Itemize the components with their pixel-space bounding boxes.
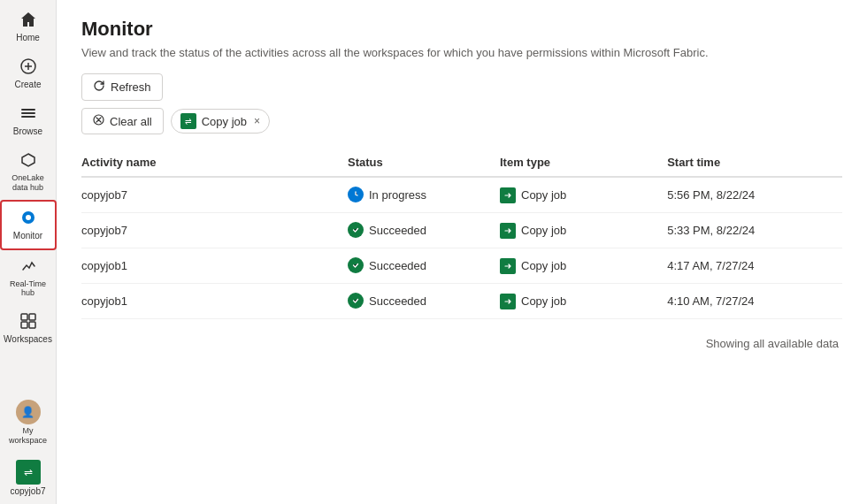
- realtime-icon: [19, 257, 37, 278]
- onelake-icon: [19, 151, 37, 172]
- status-succeeded-icon: [348, 257, 364, 273]
- copy-job-icon: [500, 187, 516, 203]
- item-type-cell: Copy job: [500, 187, 566, 203]
- monitor-icon: [19, 209, 37, 229]
- copy-job-icon: [500, 223, 516, 239]
- cell-status: Succeeded: [348, 213, 500, 248]
- filter-chip-label: Copy job: [202, 115, 247, 128]
- copyjob-small-icon: ⇌: [16, 460, 41, 485]
- cell-start-time: 5:56 PM, 8/22/24: [667, 177, 842, 213]
- item-type-text: Copy job: [521, 259, 566, 272]
- browse-icon: [19, 104, 37, 125]
- table-header-row: Activity name Status Item type Start tim…: [81, 149, 842, 177]
- refresh-label: Refresh: [111, 80, 151, 94]
- sidebar-item-realtime-label: Real-Time hub: [10, 279, 46, 299]
- sidebar-item-workspaces[interactable]: Workspaces: [0, 305, 57, 352]
- sidebar-item-monitor[interactable]: Monitor: [0, 200, 57, 250]
- table-container: Activity name Status Item type Start tim…: [81, 149, 842, 486]
- cell-start-time: 4:17 AM, 7/27/24: [667, 248, 842, 284]
- workspaces-icon: [19, 312, 37, 332]
- refresh-button[interactable]: Refresh: [81, 73, 163, 101]
- sidebar-item-browse[interactable]: Browse: [0, 97, 57, 144]
- cell-start-time: 4:10 AM, 7/27/24: [667, 284, 842, 319]
- cell-item-type: Copy job: [500, 284, 667, 319]
- activity-table: Activity name Status Item type Start tim…: [81, 149, 842, 319]
- table-footer: Showing all available data: [81, 337, 842, 350]
- table-row: copyjob7In progressCopy job5:56 PM, 8/22…: [81, 177, 842, 213]
- sidebar-item-home[interactable]: Home: [0, 4, 57, 50]
- item-type-cell: Copy job: [500, 258, 566, 274]
- svg-rect-7: [29, 314, 35, 320]
- col-status: Status: [348, 149, 500, 177]
- clear-all-button[interactable]: Clear all: [81, 108, 164, 134]
- col-item-type: Item type: [500, 149, 667, 177]
- cell-start-time: 5:33 PM, 8/22/24: [667, 213, 842, 248]
- status-text: Succeeded: [369, 259, 426, 272]
- toolbar: Refresh: [81, 73, 842, 101]
- sidebar-item-copyjob[interactable]: ⇌ copyjob7: [0, 453, 57, 504]
- svg-rect-6: [21, 314, 27, 320]
- status-badge: Succeeded: [348, 222, 426, 238]
- sidebar-item-realtime[interactable]: Real-Time hub: [0, 250, 57, 306]
- cell-item-type: Copy job: [500, 213, 667, 248]
- svg-rect-1: [21, 109, 35, 111]
- copy-job-icon: [500, 294, 516, 309]
- cell-activity-name: copyjob1: [81, 284, 348, 319]
- copy-job-icon: [500, 258, 516, 274]
- sidebar-item-workspaces-label: Workspaces: [4, 334, 52, 345]
- sidebar-item-myworkspace[interactable]: 👤 My workspace: [0, 393, 57, 453]
- table-row: copyjob7SucceededCopy job5:33 PM, 8/22/2…: [81, 213, 842, 248]
- sidebar-bottom: 👤 My workspace ⇌ copyjob7: [0, 393, 56, 504]
- item-type-text: Copy job: [521, 224, 566, 237]
- sidebar-item-browse-label: Browse: [13, 126, 42, 137]
- status-text: In progress: [369, 188, 426, 202]
- cell-status: Succeeded: [348, 284, 500, 319]
- svg-rect-9: [29, 322, 35, 328]
- status-badge: Succeeded: [348, 293, 426, 309]
- table-row: copyjob1SucceededCopy job4:17 AM, 7/27/2…: [81, 248, 842, 284]
- filter-chip-copyjob-icon: ⇌: [180, 113, 196, 129]
- svg-rect-3: [21, 116, 35, 118]
- status-text: Succeeded: [369, 294, 426, 308]
- refresh-icon: [93, 80, 105, 95]
- cell-status: Succeeded: [348, 248, 500, 284]
- col-activity-name: Activity name: [81, 149, 348, 177]
- table-row: copyjob1SucceededCopy job4:10 AM, 7/27/2…: [81, 284, 842, 319]
- status-badge: In progress: [348, 187, 426, 202]
- clear-all-label: Clear all: [110, 115, 152, 128]
- sidebar-item-monitor-label: Monitor: [13, 231, 42, 241]
- status-badge: Succeeded: [348, 257, 426, 273]
- sidebar-item-home-label: Home: [16, 33, 40, 43]
- svg-point-5: [26, 215, 31, 220]
- page-title: Monitor: [81, 18, 842, 41]
- page-subtitle: View and track the status of the activit…: [81, 46, 842, 59]
- svg-rect-2: [21, 112, 35, 114]
- cell-activity-name: copyjob1: [81, 248, 348, 284]
- cell-activity-name: copyjob7: [81, 177, 348, 213]
- sidebar: Home Create Browse OneLake data hub Moni…: [0, 0, 57, 504]
- sidebar-item-onelake-label: OneLake data hub: [12, 173, 44, 193]
- svg-rect-8: [21, 322, 27, 328]
- sidebar-item-copyjob-label: copyjob7: [10, 486, 45, 497]
- clear-all-icon: [93, 114, 104, 128]
- cell-item-type: Copy job: [500, 177, 667, 213]
- sidebar-item-create[interactable]: Create: [0, 50, 57, 97]
- home-icon: [19, 11, 37, 31]
- col-start-time: Start time: [667, 149, 842, 177]
- item-type-text: Copy job: [521, 188, 566, 202]
- sidebar-item-myworkspace-label: My workspace: [9, 426, 47, 446]
- avatar: 👤: [16, 400, 41, 424]
- status-succeeded-icon: [348, 293, 364, 309]
- status-text: Succeeded: [369, 224, 426, 237]
- main-content: Monitor View and track the status of the…: [57, 0, 867, 504]
- cell-status: In progress: [348, 177, 500, 213]
- cell-item-type: Copy job: [500, 248, 667, 284]
- sidebar-item-create-label: Create: [14, 80, 41, 90]
- item-type-text: Copy job: [521, 294, 566, 308]
- status-inprogress-icon: [348, 187, 364, 202]
- filter-chip-close[interactable]: ×: [254, 115, 260, 127]
- item-type-cell: Copy job: [500, 223, 566, 239]
- filter-toolbar: Clear all ⇌ Copy job ×: [81, 108, 842, 134]
- filter-chip-copyjob[interactable]: ⇌ Copy job ×: [171, 109, 270, 134]
- sidebar-item-onelake[interactable]: OneLake data hub: [0, 144, 57, 200]
